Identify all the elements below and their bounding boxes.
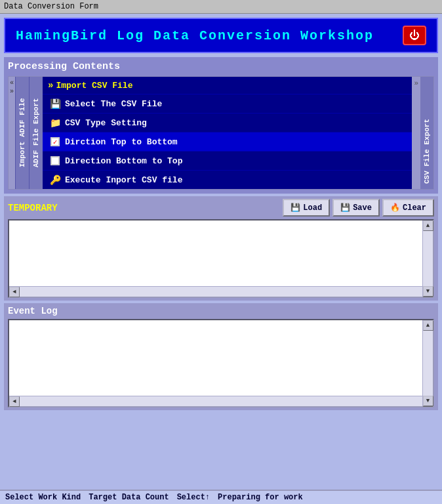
temp-header: TEMPORARY 💾 Load 💾 Save 🔥 Clear: [8, 199, 434, 217]
scroll-down-arrow[interactable]: ▼: [423, 286, 433, 297]
scroll-up-arrow[interactable]: ▲: [423, 220, 433, 231]
eventlog-scrollbar-v[interactable]: ▲ ▼: [422, 320, 433, 406]
arrow-right-icon: »: [414, 79, 418, 87]
title-bar-label: Data Conversion Form: [4, 2, 98, 11]
menu-item-label-direction-top: Dirction Top to Bottom: [65, 137, 178, 147]
arrow-left-1[interactable]: «: [10, 79, 14, 87]
power-button[interactable]: ⏻: [403, 26, 426, 45]
eventlog-section: Event Log ▲ ▼ ◄ ►: [4, 303, 438, 410]
app-header: HamingBird Log Data Conversion Workshop …: [4, 18, 438, 53]
floppy-icon: 💾: [49, 98, 61, 109]
temp-textarea-wrap: ▲ ▼: [9, 220, 433, 286]
processing-title: Processing Contents: [8, 61, 434, 72]
folder-icon: 📁: [49, 117, 61, 128]
menu-container: « » Import ADIF File ADIF File Export » …: [8, 76, 434, 190]
eventlog-scroll-up[interactable]: ▲: [423, 320, 433, 331]
status-item-4: Preparing for work: [218, 493, 303, 502]
load-label: Load: [303, 203, 322, 213]
save-button[interactable]: 💾 Save: [332, 199, 380, 217]
status-item-1: Select Work Kind: [5, 493, 81, 502]
title-bar: Data Conversion Form: [0, 0, 442, 14]
eventlog-textarea[interactable]: [9, 320, 422, 396]
menu-header: » Import CSV File: [43, 77, 412, 94]
save-label: Save: [353, 203, 372, 213]
save-icon: 💾: [340, 203, 350, 213]
key-icon: 🔑: [49, 175, 61, 185]
sidebar-item-adif-export[interactable]: ADIF File Export: [29, 77, 43, 189]
clear-button[interactable]: 🔥 Clear: [382, 199, 434, 217]
sidebar-item-import-adif[interactable]: Import ADIF File: [15, 77, 29, 189]
clear-label: Clear: [403, 203, 426, 213]
temporary-section: TEMPORARY 💾 Load 💾 Save 🔥 Clear ▲ ▼: [4, 196, 438, 301]
eventlog-textarea-wrap: ▲ ▼: [9, 320, 433, 396]
scroll-track-v: [423, 231, 433, 286]
eventlog-scroll-track-h: [20, 396, 422, 406]
temp-scrollbar-h[interactable]: ◄ ►: [9, 286, 433, 297]
clear-icon: 🔥: [390, 203, 400, 213]
sidebar-item-csv-export[interactable]: CSV File Export: [420, 77, 433, 189]
menu-item-execute[interactable]: 🔑 Execute Inport CSV file: [43, 170, 412, 189]
menu-item-direction-bottom[interactable]: Direction Bottom to Top: [43, 151, 412, 170]
arrow-left-2[interactable]: »: [10, 88, 14, 95]
menu-list: » Import CSV File 💾 Select The CSV File …: [43, 77, 412, 189]
processing-section: Processing Contents « » Import ADIF File…: [4, 57, 438, 194]
load-icon: 💾: [291, 203, 300, 213]
eventlog-title: Event Log: [8, 306, 434, 316]
menu-item-label-select-csv: Select The CSV File: [65, 99, 162, 109]
menu-item-label-csv-type: CSV Type Setting: [65, 118, 147, 128]
checkbox-unchecked-icon: [49, 156, 61, 166]
menu-header-label: Import CSV File: [56, 81, 132, 91]
menu-item-direction-top[interactable]: Dirction Top to Bottom: [43, 132, 412, 151]
vtab-right-container: » CSV File Export: [412, 77, 433, 189]
arrow-right[interactable]: »: [412, 77, 420, 189]
temp-title: TEMPORARY: [8, 203, 58, 213]
eventlog-scroll-left[interactable]: ◄: [9, 396, 20, 407]
temp-scrollbar-v[interactable]: ▲ ▼: [422, 220, 433, 297]
vtab-arrows-left: « »: [9, 77, 15, 189]
eventlog-scroll-track-v: [423, 331, 433, 396]
eventlog-scroll-down[interactable]: ▼: [423, 396, 433, 406]
menu-item-csv-type[interactable]: 📁 CSV Type Setting: [43, 113, 412, 132]
menu-item-label-direction-bottom: Direction Bottom to Top: [65, 156, 182, 166]
menu-item-label-execute: Execute Inport CSV file: [65, 175, 182, 185]
menu-item-select-csv[interactable]: 💾 Select The CSV File: [43, 94, 412, 113]
status-bar: Select Work Kind Target Data Count Selec…: [0, 490, 442, 504]
status-item-3: Select↑: [177, 493, 210, 502]
temp-textarea[interactable]: [9, 220, 422, 286]
btn-group-temp: 💾 Load 💾 Save 🔥 Clear: [283, 199, 434, 217]
vtabs-left: « » Import ADIF File ADIF File Export: [9, 77, 43, 189]
power-icon: ⏻: [409, 30, 420, 42]
eventlog-textarea-container: ▲ ▼ ◄ ►: [8, 319, 434, 408]
eventlog-scrollbar-h[interactable]: ◄ ►: [9, 396, 433, 406]
checkbox-checked-icon: [49, 136, 61, 147]
scroll-track-h: [20, 287, 422, 297]
temp-textarea-container: ▲ ▼ ◄ ►: [8, 219, 434, 298]
scroll-left-arrow[interactable]: ◄: [9, 287, 20, 297]
app-title: HamingBird Log Data Conversion Workshop: [16, 28, 374, 43]
load-button[interactable]: 💾 Load: [283, 199, 330, 217]
status-item-2: Target Data Count: [89, 493, 169, 502]
